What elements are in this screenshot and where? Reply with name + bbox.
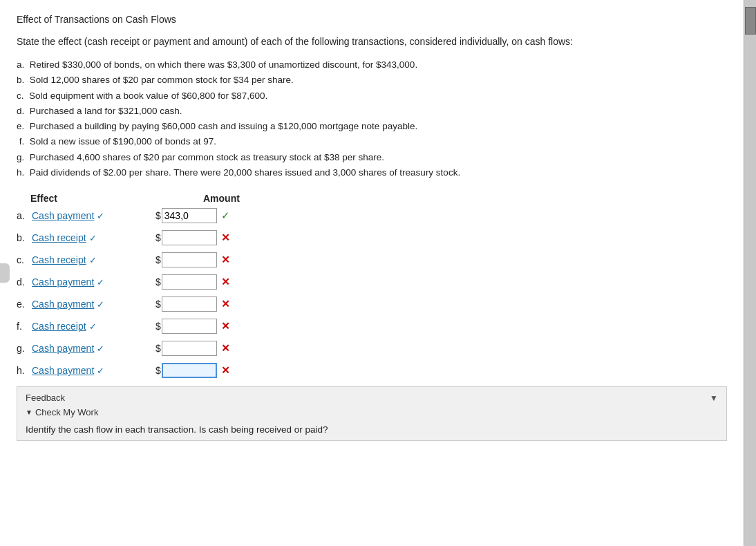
dollar-sign-c: $ xyxy=(155,254,161,265)
table-row: g. Cash payment ✓ $ ✕ xyxy=(17,341,727,356)
row-label-a: a. xyxy=(17,210,32,221)
effect-check-b: ✓ xyxy=(89,233,97,243)
amount-input-a[interactable] xyxy=(162,208,217,223)
amount-input-b[interactable] xyxy=(162,230,217,245)
amount-group-b: $ ✕ xyxy=(155,230,230,245)
main-content: Effect of Transactions on Cash Flows Sta… xyxy=(0,0,744,546)
amount-input-g[interactable] xyxy=(162,341,217,356)
transaction-b: b. Sold 12,000 shares of $20 par common … xyxy=(17,73,727,88)
transaction-h: h. Paid dividends of $2.00 per share. Th… xyxy=(17,165,727,180)
dollar-sign-b: $ xyxy=(155,232,161,243)
table-header: Effect Amount xyxy=(17,193,727,204)
effect-dropdown-d[interactable]: Cash payment ✓ xyxy=(32,276,146,288)
transaction-f: f. Sold a new issue of $190,000 of bonds… xyxy=(17,134,727,149)
row-label-d: d. xyxy=(17,276,32,288)
feedback-body: Identify the cash flow in each transacti… xyxy=(26,422,718,435)
effect-dropdown-a[interactable]: Cash payment ✓ xyxy=(32,210,146,221)
amount-group-e: $ ✕ xyxy=(155,296,230,312)
x-icon-f: ✕ xyxy=(221,320,230,332)
amount-group-a: $ ✓ xyxy=(155,208,230,223)
effect-text-h[interactable]: Cash payment xyxy=(32,365,94,376)
table-row: a. Cash payment ✓ $ ✓ xyxy=(17,208,727,223)
scrollbar[interactable] xyxy=(744,0,756,546)
amount-input-c[interactable] xyxy=(162,252,217,267)
effect-column-header: Effect xyxy=(30,193,196,204)
amount-group-c: $ ✕ xyxy=(155,252,230,267)
amount-column-header: Amount xyxy=(203,193,240,204)
feedback-label: Feedback xyxy=(26,393,65,403)
effect-check-c: ✓ xyxy=(89,255,97,265)
effect-check-d: ✓ xyxy=(97,277,104,288)
effect-dropdown-f[interactable]: Cash receipt ✓ xyxy=(32,321,146,332)
feedback-header: Feedback ▼ xyxy=(26,393,718,403)
x-icon-h: ✕ xyxy=(221,364,230,377)
row-label-f: f. xyxy=(17,321,32,332)
row-label-c: c. xyxy=(17,254,32,265)
effect-check-g: ✓ xyxy=(97,343,104,354)
row-label-e: e. xyxy=(17,299,32,310)
check-my-work[interactable]: Check My Work xyxy=(26,407,718,417)
effect-dropdown-e[interactable]: Cash payment ✓ xyxy=(32,299,146,310)
x-icon-c: ✕ xyxy=(221,254,230,266)
instructions: State the effect (cash receipt or paymen… xyxy=(17,35,727,49)
effect-text-g[interactable]: Cash payment xyxy=(32,343,94,354)
x-icon-g: ✕ xyxy=(221,342,230,355)
row-label-g: g. xyxy=(17,343,32,354)
amount-group-d: $ ✕ xyxy=(155,274,230,290)
side-handle[interactable] xyxy=(0,263,10,283)
table-row: e. Cash payment ✓ $ ✕ xyxy=(17,296,727,312)
table-row: b. Cash receipt ✓ $ ✕ xyxy=(17,230,727,245)
effect-dropdown-b[interactable]: Cash receipt ✓ xyxy=(32,232,146,243)
amount-input-f[interactable] xyxy=(162,319,217,334)
dollar-sign-a: $ xyxy=(155,210,161,221)
effect-dropdown-g[interactable]: Cash payment ✓ xyxy=(32,343,146,354)
effect-check-e: ✓ xyxy=(97,299,104,310)
effect-check-a: ✓ xyxy=(97,211,104,221)
effect-text-e[interactable]: Cash payment xyxy=(32,299,94,310)
table-row: f. Cash receipt ✓ $ ✕ xyxy=(17,319,727,334)
transaction-e: e. Purchased a building by paying $60,00… xyxy=(17,119,727,134)
effect-text-d[interactable]: Cash payment xyxy=(32,276,94,288)
check-icon-a: ✓ xyxy=(221,209,230,222)
transaction-d: d. Purchased a land for $321,000 cash. xyxy=(17,104,727,119)
x-icon-e: ✕ xyxy=(221,298,230,310)
amount-group-g: $ ✕ xyxy=(155,341,230,356)
amount-input-h[interactable] xyxy=(162,363,217,378)
page-title: Effect of Transactions on Cash Flows xyxy=(17,14,727,25)
effect-text-f[interactable]: Cash receipt xyxy=(32,321,86,332)
dollar-sign-h: $ xyxy=(155,365,161,376)
amount-group-h: $ ✕ xyxy=(155,363,230,378)
effect-text-b[interactable]: Cash receipt xyxy=(32,232,86,243)
row-label-h: h. xyxy=(17,365,32,376)
effect-text-a[interactable]: Cash payment xyxy=(32,210,94,221)
transaction-a: a. Retired $330,000 of bonds, on which t… xyxy=(17,57,727,73)
amount-input-d[interactable] xyxy=(162,274,217,290)
transaction-g: g. Purchased 4,600 shares of $20 par com… xyxy=(17,150,727,165)
dollar-sign-f: $ xyxy=(155,321,161,332)
table-row: c. Cash receipt ✓ $ ✕ xyxy=(17,252,727,267)
transactions-list: a. Retired $330,000 of bonds, on which t… xyxy=(17,57,727,180)
answer-table: Effect Amount a. Cash payment ✓ $ ✓ b. C… xyxy=(17,193,727,378)
feedback-arrow-icon[interactable]: ▼ xyxy=(710,393,718,403)
x-icon-b: ✕ xyxy=(221,232,230,244)
effect-text-c[interactable]: Cash receipt xyxy=(32,254,86,265)
transaction-c: c. Sold equipment with a book value of $… xyxy=(17,88,727,104)
dollar-sign-e: $ xyxy=(155,299,161,310)
feedback-section: Feedback ▼ Check My Work Identify the ca… xyxy=(17,386,727,441)
effect-dropdown-h[interactable]: Cash payment ✓ xyxy=(32,365,146,376)
table-row: h. Cash payment ✓ $ ✕ xyxy=(17,363,727,378)
row-label-b: b. xyxy=(17,232,32,243)
table-row: d. Cash payment ✓ $ ✕ xyxy=(17,274,727,290)
effect-check-h: ✓ xyxy=(97,366,104,376)
dollar-sign-d: $ xyxy=(155,276,161,288)
scrollbar-thumb[interactable] xyxy=(745,7,756,35)
dollar-sign-g: $ xyxy=(155,343,161,354)
amount-input-e[interactable] xyxy=(162,296,217,312)
amount-group-f: $ ✕ xyxy=(155,319,230,334)
effect-check-f: ✓ xyxy=(89,321,97,332)
x-icon-d: ✕ xyxy=(221,276,230,288)
effect-dropdown-c[interactable]: Cash receipt ✓ xyxy=(32,254,146,265)
